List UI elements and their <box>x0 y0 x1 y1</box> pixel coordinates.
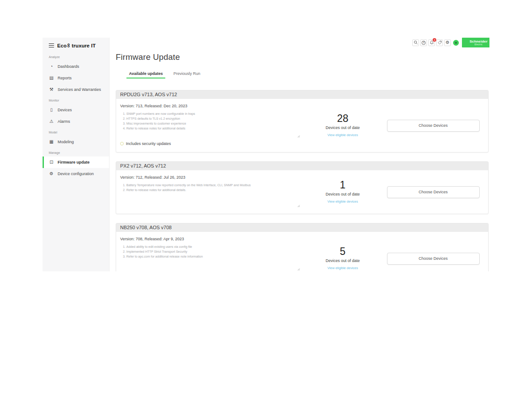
sidebar-section: Manage ⊡ Firmware update ⚙ Device config… <box>43 151 109 180</box>
sidebar-item-label: Alarms <box>58 119 70 124</box>
card-body: Version: 708, Released: Apr 9, 2023 Adde… <box>116 232 488 271</box>
release-note: Added ability to edit existing users via… <box>126 244 301 249</box>
menu-icon[interactable] <box>49 43 54 48</box>
sidebar-section: Analyze ◔ Dashboards ▤ Reports <box>43 55 109 95</box>
notifications-button[interactable]: 3 <box>428 39 435 46</box>
sidebar-section-items: ▦ Modeling <box>43 136 109 148</box>
search-button[interactable] <box>412 39 419 46</box>
firmware-cards-list: RPDU2G v713, AOS v712 Version: 713, Rele… <box>116 90 489 271</box>
card-title: RPDU2G v713, AOS v712 <box>116 90 488 99</box>
sidebar-item[interactable]: ▤ Reports <box>43 72 109 84</box>
choose-devices-button[interactable]: Choose Devices <box>387 253 480 265</box>
sidebar-nav: Analyze ◔ Dashboards ▤ Reports <box>43 55 109 180</box>
sidebar-item[interactable]: ▦ Modeling <box>43 136 109 148</box>
search-icon <box>414 40 418 45</box>
resize-handle-icon[interactable] <box>297 135 300 138</box>
device-configuration-icon: ⚙ <box>49 172 54 176</box>
firmware-card: PX2 v712, AOS v712 Version: 712, Release… <box>116 161 489 214</box>
release-notes-box[interactable]: SNMP port numbers are now configurable i… <box>120 111 301 139</box>
card-details: Version: 712, Released: Jul 26, 2023 Bat… <box>120 170 303 214</box>
sidebar: Eco∞truxure IT Analyze ◔ Dashboards <box>43 38 110 271</box>
modeling-icon: ▦ <box>49 140 54 144</box>
release-notes-box[interactable]: Battery Temperature now reported correct… <box>120 183 301 208</box>
release-note: Battery Temperature now reported correct… <box>126 183 301 188</box>
sidebar-item[interactable]: ▯ Devices <box>43 104 109 116</box>
sidebar-section-label: Manage <box>49 151 103 154</box>
sidebar-item-label: Reports <box>58 76 72 80</box>
page-title: Firmware Update <box>116 52 489 62</box>
help-icon: ? <box>422 41 426 45</box>
release-note: SNMP port numbers are now configurable i… <box>126 111 301 116</box>
release-note: Refer to apc.com for additional release … <box>126 254 301 259</box>
sidebar-item[interactable]: ⚒ Services and Warranties <box>43 84 109 95</box>
whats-new-button[interactable] <box>436 39 443 46</box>
services-warranties-icon: ⚒ <box>49 87 54 92</box>
release-note: Refer to release notes for additional de… <box>126 188 301 192</box>
devices-out-of-date-count: 28 <box>303 113 382 124</box>
sidebar-item-label: Services and Warranties <box>58 87 101 92</box>
release-notes-list: Battery Temperature now reported correct… <box>120 183 301 192</box>
user-avatar[interactable] <box>453 40 459 46</box>
sidebar-item[interactable]: ⊡ Firmware update <box>43 156 109 168</box>
sidebar-section-label: Model <box>49 131 103 134</box>
card-actions: Choose Devices <box>382 120 484 132</box>
tab[interactable]: Previously Run <box>173 71 200 78</box>
sidebar-section: Monitor ▯ Devices ⚠ Alarms <box>43 99 109 127</box>
tag-icon <box>438 40 442 45</box>
choose-devices-button[interactable]: Choose Devices <box>387 186 480 198</box>
schneider-electric-logo[interactable]: Schneider Electric <box>462 38 489 47</box>
help-button[interactable]: ? <box>420 39 427 46</box>
firmware-update-icon: ⊡ <box>49 160 54 164</box>
version-line: Version: 708, Released: Apr 9, 2023 <box>120 237 303 241</box>
sidebar-section: Model ▦ Modeling <box>43 131 109 148</box>
brand-prefix: Eco <box>57 43 66 48</box>
security-update-row: Includes security updates <box>120 141 303 146</box>
view-eligible-devices-link[interactable]: View eligible devices <box>327 133 358 137</box>
card-actions: Choose Devices <box>382 186 484 198</box>
settings-button[interactable]: ⚙ <box>444 39 451 46</box>
card-title: PX2 v712, AOS v712 <box>116 162 488 170</box>
tab[interactable]: Available updates <box>129 71 163 78</box>
release-notes-list: Added ability to edit existing users via… <box>120 244 301 259</box>
firmware-card: NB250 v708, AOS v708 Version: 708, Relea… <box>116 223 489 271</box>
card-body: Version: 713, Released: Dec 20, 2023 SNM… <box>116 99 488 152</box>
release-notes-box[interactable]: Added ability to edit existing users via… <box>120 244 301 271</box>
release-note: HTTPS defaults to TLS v1.2 encryption <box>126 116 301 121</box>
sidebar-section-items: ▯ Devices ⚠ Alarms <box>43 104 109 127</box>
ecostruxure-logo: Eco∞truxure IT <box>57 43 96 48</box>
view-eligible-devices-link[interactable]: View eligible devices <box>327 266 358 270</box>
card-actions: Choose Devices <box>382 253 484 265</box>
choose-devices-button[interactable]: Choose Devices <box>387 120 480 132</box>
reports-icon: ▤ <box>49 76 54 80</box>
devices-out-of-date-count: 5 <box>303 246 382 257</box>
brand-suffix: truxure IT <box>72 43 96 48</box>
sidebar-section-items: ⊡ Firmware update ⚙ Device configuration <box>43 156 109 180</box>
header-bar: ? 3 ⚙ Schneider Electric <box>412 38 489 47</box>
devices-out-of-date-label: Devices out of date <box>303 192 382 196</box>
sidebar-item-label: Dashboards <box>58 64 79 69</box>
ecostruxure-symbol-icon: ∞ <box>66 43 72 47</box>
tab-bar: Available updates Previously Run <box>116 71 489 78</box>
resize-handle-icon[interactable] <box>297 204 300 207</box>
sidebar-item[interactable]: ⚙ Device configuration <box>43 168 109 180</box>
sidebar-item[interactable]: ⚠ Alarms <box>43 116 109 127</box>
device-count-block: 5 Devices out of date View eligible devi… <box>303 246 382 271</box>
card-details: Version: 708, Released: Apr 9, 2023 Adde… <box>120 232 303 271</box>
sidebar-item[interactable]: ◔ Dashboards <box>43 61 109 72</box>
sidebar-section-items: ◔ Dashboards ▤ Reports ⚒ Services <box>43 61 109 95</box>
sidebar-item-label: Devices <box>58 108 72 112</box>
view-eligible-devices-link[interactable]: View eligible devices <box>327 200 358 203</box>
version-line: Version: 712, Released: Jul 26, 2023 <box>120 175 303 180</box>
main-content: ? 3 ⚙ Schneider Electric Firmware Update… <box>110 38 489 271</box>
firmware-card: RPDU2G v713, AOS v712 Version: 713, Rele… <box>116 90 489 153</box>
resize-handle-icon[interactable] <box>297 268 300 271</box>
security-indicator-icon <box>120 142 124 145</box>
release-note: Implemented HTTP Strict Transport Securi… <box>126 249 301 254</box>
sidebar-item-label: Modeling <box>58 140 74 144</box>
brand-row: Eco∞truxure IT <box>43 38 109 52</box>
notification-badge: 3 <box>433 38 436 42</box>
release-notes-list: SNMP port numbers are now configurable i… <box>120 111 301 131</box>
sidebar-item-label: Firmware update <box>58 160 90 164</box>
card-details: Version: 713, Released: Dec 20, 2023 SNM… <box>120 99 303 152</box>
sidebar-section-label: Analyze <box>49 55 103 59</box>
